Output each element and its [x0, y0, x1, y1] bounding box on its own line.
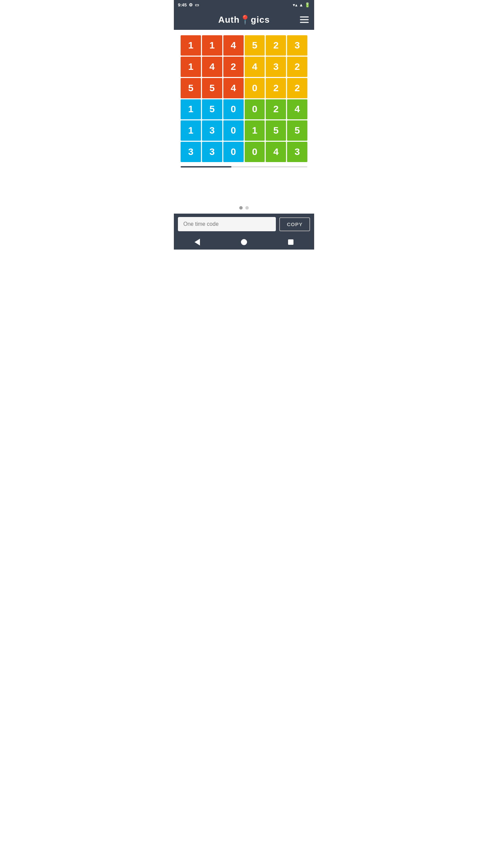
grid-cell-14[interactable]: 4	[223, 78, 244, 98]
recent-button[interactable]	[288, 239, 293, 245]
grid-cell-31[interactable]: 3	[202, 142, 222, 162]
grid-cell-34[interactable]: 4	[266, 142, 286, 162]
logo-text: Auth	[218, 15, 240, 25]
home-icon	[241, 239, 247, 245]
main-content: 114523142432554022150024130155330043	[174, 30, 314, 214]
pagination-dots	[239, 202, 249, 214]
sim-icon: ▭	[195, 2, 199, 7]
status-right: ▾▴ ▲ 🔋	[293, 2, 310, 7]
hamburger-line-1	[300, 17, 309, 18]
grid-cell-33[interactable]: 0	[245, 142, 265, 162]
grid-cell-1[interactable]: 1	[202, 35, 222, 56]
pagination-dot-2	[245, 206, 249, 210]
grid-cell-24[interactable]: 1	[181, 120, 201, 141]
navbar: Auth 📍 gics	[174, 9, 314, 30]
grid-cell-6[interactable]: 1	[181, 57, 201, 77]
scroll-track	[181, 166, 307, 167]
one-time-code-input[interactable]	[178, 217, 276, 231]
bottom-bar: COPY	[174, 214, 314, 235]
grid-cell-16[interactable]: 2	[266, 78, 286, 98]
grid-cell-19[interactable]: 5	[202, 99, 222, 120]
grid-cell-25[interactable]: 3	[202, 120, 222, 141]
grid-cell-8[interactable]: 2	[223, 57, 244, 77]
status-left: 9:45 ⚙ ▭	[178, 2, 199, 7]
hamburger-line-2	[300, 19, 309, 20]
grid-cell-29[interactable]: 5	[287, 120, 307, 141]
scroll-indicator	[181, 166, 307, 167]
grid-cell-18[interactable]: 1	[181, 99, 201, 120]
auth-grid: 114523142432554022150024130155330043	[181, 35, 307, 162]
grid-cell-5[interactable]: 3	[287, 35, 307, 56]
grid-cell-2[interactable]: 4	[223, 35, 244, 56]
pagination-dot-1	[239, 206, 243, 210]
hamburger-line-3	[300, 22, 309, 23]
grid-cell-15[interactable]: 0	[245, 78, 265, 98]
grid-cell-22[interactable]: 2	[266, 99, 286, 120]
grid-cell-17[interactable]: 2	[287, 78, 307, 98]
grid-cell-9[interactable]: 4	[245, 57, 265, 77]
signal-icon: ▲	[299, 2, 303, 7]
home-button[interactable]	[241, 239, 247, 245]
settings-icon: ⚙	[189, 2, 193, 7]
back-button[interactable]	[195, 239, 200, 245]
grid-cell-12[interactable]: 5	[181, 78, 201, 98]
battery-icon: 🔋	[305, 2, 310, 7]
grid-cell-11[interactable]: 2	[287, 57, 307, 77]
logo-text-2: gics	[251, 15, 270, 25]
grid-cell-21[interactable]: 0	[245, 99, 265, 120]
grid-cell-0[interactable]: 1	[181, 35, 201, 56]
grid-cell-28[interactable]: 5	[266, 120, 286, 141]
app-logo: Auth 📍 gics	[218, 15, 270, 25]
grid-cell-10[interactable]: 3	[266, 57, 286, 77]
hamburger-menu[interactable]	[300, 17, 309, 23]
scroll-thumb	[181, 166, 231, 167]
grid-cell-26[interactable]: 0	[223, 120, 244, 141]
wifi-icon: ▾▴	[293, 2, 298, 7]
grid-cell-4[interactable]: 2	[266, 35, 286, 56]
back-icon	[195, 239, 200, 245]
copy-button[interactable]: COPY	[279, 217, 310, 231]
grid-cell-23[interactable]: 4	[287, 99, 307, 120]
system-nav	[174, 235, 314, 250]
grid-cell-32[interactable]: 0	[223, 142, 244, 162]
status-time: 9:45	[178, 2, 187, 7]
recent-icon	[288, 239, 293, 245]
status-bar: 9:45 ⚙ ▭ ▾▴ ▲ 🔋	[174, 0, 314, 9]
grid-cell-20[interactable]: 0	[223, 99, 244, 120]
logo-pin: 📍	[240, 15, 251, 25]
grid-cell-3[interactable]: 5	[245, 35, 265, 56]
grid-cell-35[interactable]: 3	[287, 142, 307, 162]
grid-cell-27[interactable]: 1	[245, 120, 265, 141]
grid-cell-30[interactable]: 3	[181, 142, 201, 162]
grid-cell-7[interactable]: 4	[202, 57, 222, 77]
grid-cell-13[interactable]: 5	[202, 78, 222, 98]
